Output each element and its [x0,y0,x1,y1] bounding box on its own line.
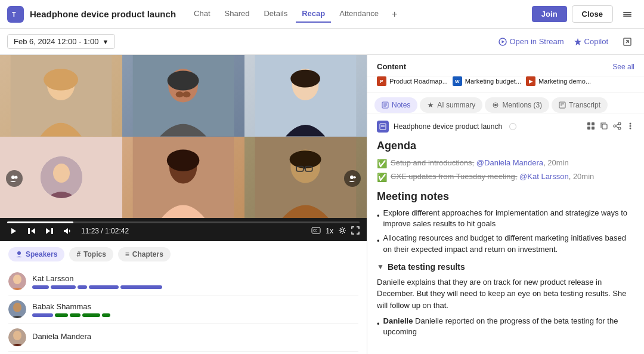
left-panel: 11:23 / 1:02:42 CC 1x [0,55,367,354]
meeting-notes-bullet-2: • Allocating resources and budget to dif… [377,233,634,254]
forward-button[interactable] [43,226,56,236]
speed-label[interactable]: 1x [326,227,333,235]
beta-toggle[interactable]: ▼ Beta testing results [377,262,634,272]
fullscreen-icon[interactable] [351,226,360,236]
video-cell-2 [122,55,244,137]
bar-seg [102,313,110,317]
tab-shared[interactable]: Shared [219,5,256,23]
copy-icon[interactable] [600,122,608,132]
grid-view-icon[interactable] [587,122,595,132]
tab-details[interactable]: Details [258,5,293,23]
file-1-name: Product Roadmap... [389,78,448,85]
speaker-name-2: Babak Shammas [32,302,358,311]
svg-marker-36 [46,228,50,234]
settings-icon[interactable] [338,226,346,236]
meeting-notes-text-1: Explore different approaches for impleme… [383,208,634,229]
bar-seg [32,313,53,317]
speaker-row-1: Kat Larsson [8,267,358,295]
volume-button[interactable] [61,226,74,236]
svg-point-46 [13,303,21,312]
beta-description: Danielle explains that they are on track… [377,276,634,312]
agenda-item-1-text: Setup and introductions, @Daniela Mander… [391,158,569,167]
share-icon[interactable] [613,122,621,132]
rewind-button[interactable] [25,226,38,236]
more-icon[interactable] [626,122,634,132]
bar-seg [32,285,49,289]
speaker-row-3: Daniela Mandera [8,324,358,352]
agenda-mention-2[interactable]: @Kat Larsson [519,172,569,181]
file-1[interactable]: P Product Roadmap... [377,76,448,86]
add-tab-button[interactable]: + [387,7,402,22]
speaker-row-2: Babak Shammas [8,295,358,324]
notes-tab-ai[interactable]: AI summary [420,97,482,113]
ai-summary-label: AI summary [437,101,475,109]
main-content: 11:23 / 1:02:42 CC 1x [0,55,644,354]
participants-icon[interactable] [6,170,23,187]
svg-point-10 [44,69,78,90]
svg-marker-6 [502,40,505,43]
svg-point-66 [618,122,621,125]
svg-line-70 [616,127,618,128]
add-person-icon[interactable] [344,170,361,187]
svg-point-32 [350,176,354,179]
svg-point-67 [618,127,621,130]
speaker-list: Kat Larsson [0,265,367,354]
svg-point-31 [15,176,18,179]
speaker-bars-2 [32,313,358,317]
tab-attendance[interactable]: Attendance [333,5,385,23]
app-icon: T [7,6,24,23]
join-button[interactable]: Join [532,6,567,22]
speaker-info-1: Kat Larsson [32,274,358,289]
date-picker[interactable]: Feb 6, 2024 12:00 - 1:00 ▼ [7,34,115,49]
svg-text:T: T [12,11,16,18]
speakers-panel: Speakers # Topics ≡ Chapters [0,241,367,354]
svg-line-69 [616,124,618,125]
topics-tab[interactable]: # Topics [69,247,113,261]
close-button[interactable]: Close [572,5,613,23]
file-2[interactable]: W Marketing budget... [453,76,521,86]
chapters-tab[interactable]: ≡ Chapters [118,247,171,261]
tab-chat[interactable]: Chat [188,5,216,23]
note-toolbar-actions [587,122,634,132]
progress-bar[interactable] [7,221,360,223]
open-in-stream-button[interactable]: Open in Stream [499,37,564,46]
captions-button[interactable]: CC [311,227,321,236]
svg-marker-33 [11,228,16,234]
bar-seg [78,285,87,289]
speakers-tabs: Speakers # Topics ≡ Chapters [0,241,367,265]
file-3[interactable]: ▶ Marketing demo... [526,76,591,86]
video-controls: 11:23 / 1:02:42 CC 1x [0,218,367,241]
bar-seg [55,313,68,317]
agenda-item-2-text: CXE updates from Tuesday meeting, @Kat L… [391,172,594,181]
chevron-icon: ▼ [377,263,384,271]
svg-text:CC: CC [313,229,318,232]
topics-hash: # [76,250,80,258]
agenda-mention-1[interactable]: @Daniela Mandera [476,158,543,167]
bullet-dot-2: • [377,236,380,254]
tab-recap[interactable]: Recap [296,5,331,23]
subheader: Feb 6, 2024 12:00 - 1:00 ▼ Open in Strea… [0,29,644,55]
svg-point-68 [614,125,616,127]
meeting-notes-bullet-1: • Explore different approaches for imple… [377,208,634,229]
svg-rect-64 [592,127,595,130]
notes-tab-mentions[interactable]: Mentions (3) [485,97,549,113]
speakers-tab[interactable]: Speakers [8,247,64,261]
svg-point-23 [167,149,200,171]
speaker-avatar-2 [8,300,26,318]
see-all-button[interactable]: See all [612,63,634,71]
popout-icon[interactable] [618,32,637,51]
notes-tab-transcript[interactable]: Transcript [552,97,608,113]
svg-point-72 [630,125,631,127]
agenda-item-2: ✅ CXE updates from Tuesday meeting, @Kat… [377,172,634,182]
notes-tab-notes[interactable]: Notes [374,97,417,113]
video-cell-1 [0,55,122,137]
svg-point-73 [630,127,631,129]
video-corner-actions [344,170,361,187]
copilot-button[interactable]: Copilot [574,37,608,46]
file-3-name: Marketing demo... [538,78,591,85]
play-button[interactable] [7,226,20,236]
meeting-notes-text-2: Allocating resources and budget to diffe… [383,233,634,254]
more-options-icon[interactable] [618,5,637,24]
video-grid [0,55,367,218]
video-cell-3 [244,55,367,137]
